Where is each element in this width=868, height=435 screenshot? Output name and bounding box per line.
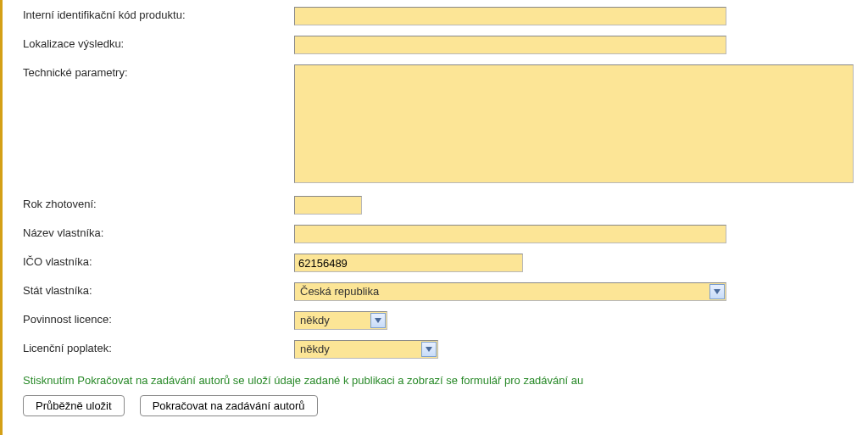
- label-owner-name: Název vlastníka:: [23, 225, 294, 239]
- row-localization: Lokalizace výsledku:: [23, 36, 860, 54]
- row-owner-name: Název vlastníka:: [23, 225, 860, 243]
- label-year: Rok zhotovení:: [23, 196, 294, 210]
- select-value-owner-state: Česká republika: [295, 283, 726, 300]
- form-page: Interní identifikační kód produktu: Loka…: [0, 0, 868, 435]
- button-row: Průběžně uložit Pokračovat na zadávání a…: [23, 393, 860, 416]
- chevron-down-icon: [709, 284, 725, 299]
- input-owner-ico[interactable]: [294, 254, 523, 272]
- continue-authors-button[interactable]: Pokračovat na zadávání autorů: [140, 395, 318, 416]
- field-license-fee: někdy: [294, 340, 860, 359]
- field-internal-code: [294, 7, 860, 25]
- input-internal-code[interactable]: [294, 7, 726, 25]
- field-localization: [294, 36, 860, 54]
- input-year[interactable]: [294, 196, 362, 215]
- field-year: [294, 196, 860, 215]
- input-owner-name[interactable]: [294, 225, 726, 243]
- row-license-duty: Povinnost licence: někdy: [23, 311, 860, 330]
- field-owner-name: [294, 225, 860, 243]
- row-owner-ico: IČO vlastníka:: [23, 254, 860, 272]
- label-owner-state: Stát vlastníka:: [23, 282, 294, 297]
- row-internal-code: Interní identifikační kód produktu:: [23, 7, 860, 25]
- field-owner-ico: [294, 254, 860, 272]
- select-owner-state[interactable]: Česká republika: [294, 282, 726, 301]
- field-owner-state: Česká republika: [294, 282, 860, 301]
- label-owner-ico: IČO vlastníka:: [23, 254, 294, 268]
- row-license-fee: Licenční poplatek: někdy: [23, 340, 860, 359]
- save-draft-button[interactable]: Průběžně uložit: [23, 395, 125, 416]
- label-localization: Lokalizace výsledku:: [23, 36, 294, 50]
- row-year: Rok zhotovení:: [23, 196, 860, 215]
- svg-marker-0: [714, 289, 721, 294]
- chevron-down-icon: [421, 342, 437, 357]
- textarea-tech-params[interactable]: [294, 64, 854, 183]
- field-license-duty: někdy: [294, 311, 860, 330]
- select-value-license-fee: někdy: [295, 341, 437, 358]
- select-license-fee[interactable]: někdy: [294, 340, 438, 359]
- field-tech-params: [294, 64, 860, 186]
- select-license-duty[interactable]: někdy: [294, 311, 387, 330]
- label-license-fee: Licenční poplatek:: [23, 340, 294, 354]
- chevron-down-icon: [370, 313, 386, 328]
- svg-marker-2: [426, 347, 432, 352]
- svg-marker-1: [375, 318, 381, 323]
- label-internal-code: Interní identifikační kód produktu:: [23, 7, 294, 21]
- info-text: Stisknutím Pokračovat na zadávání autorů…: [23, 369, 860, 393]
- input-localization[interactable]: [294, 36, 726, 54]
- row-tech-params: Technické parametry:: [23, 64, 860, 186]
- label-tech-params: Technické parametry:: [23, 64, 294, 79]
- form-container: Interní identifikační kód produktu: Loka…: [6, 0, 868, 425]
- label-license-duty: Povinnost licence:: [23, 311, 294, 326]
- row-owner-state: Stát vlastníka: Česká republika: [23, 282, 860, 301]
